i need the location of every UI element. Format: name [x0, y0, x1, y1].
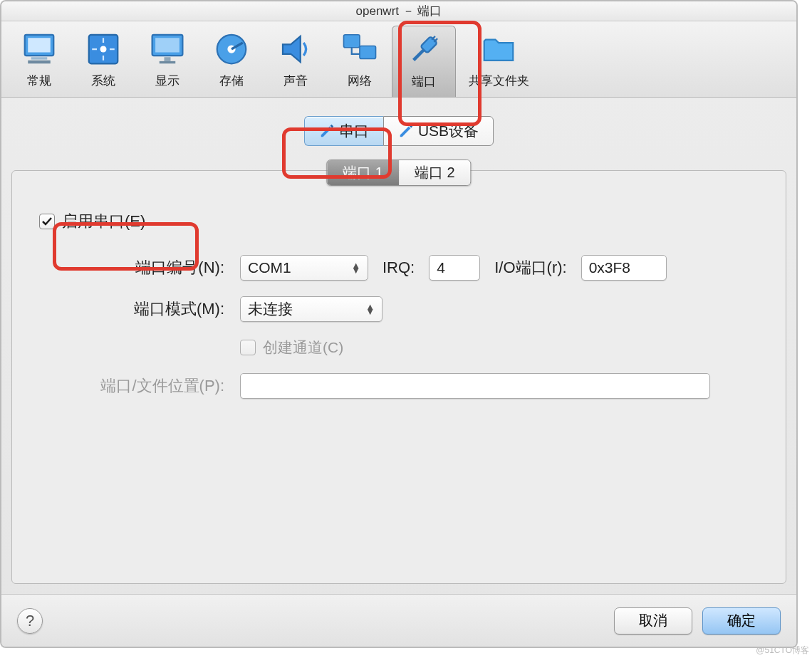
port-mode-select[interactable]: 未连接 ▲▼	[240, 296, 382, 322]
enable-serial-checkbox[interactable]	[39, 214, 55, 229]
toolbar-label: 显示	[155, 74, 179, 88]
toolbar-storage[interactable]: 存储	[199, 26, 264, 97]
ok-button[interactable]: 确定	[702, 607, 781, 634]
content-area: 串口 USB设备 端口 1 端口 2 启用串口(E) 端口编号(N):	[1, 98, 796, 594]
help-button[interactable]: ?	[17, 608, 43, 634]
svg-rect-17	[360, 46, 376, 59]
port-number-select[interactable]: COM1 ▲▼	[240, 255, 368, 281]
port-mode-label: 端口模式(M):	[12, 298, 240, 320]
enable-serial-row: 启用串口(E)	[12, 211, 786, 232]
create-channel-row: 创建通道(C)	[240, 338, 786, 357]
port-mode-row: 未连接 ▲▼	[240, 296, 786, 322]
select-arrows-icon: ▲▼	[351, 263, 360, 273]
port-tab-1[interactable]: 端口 1	[327, 160, 399, 185]
svg-rect-13	[160, 61, 176, 63]
toolbar-audio[interactable]: 声音	[264, 26, 328, 97]
svg-rect-11	[155, 38, 179, 52]
toolbar-general[interactable]: 常规	[7, 26, 71, 97]
toolbar-label: 网络	[348, 74, 372, 88]
svg-rect-12	[165, 57, 171, 61]
toolbar-label: 系统	[91, 74, 115, 88]
irq-value: 4	[437, 259, 445, 276]
display-icon	[148, 30, 187, 68]
create-channel-label: 创建通道(C)	[263, 338, 343, 357]
port-number-tabs: 端口 1 端口 2	[326, 160, 471, 186]
attribution-text: @51CTO博客	[756, 644, 809, 657]
help-icon: ?	[26, 612, 34, 630]
irq-input[interactable]: 4	[429, 255, 480, 281]
settings-window: openwrt － 端口 常规 系统 显示 存储	[0, 0, 798, 648]
port-path-label: 端口/文件位置(P):	[12, 375, 240, 397]
svg-rect-3	[28, 61, 51, 64]
toolbar-network[interactable]: 网络	[328, 26, 392, 97]
svg-rect-21	[412, 48, 425, 61]
toolbar-label: 共享文件夹	[469, 74, 529, 88]
io-port-value: 0x3F8	[589, 259, 630, 276]
svg-rect-1	[28, 38, 51, 52]
svg-rect-2	[31, 57, 48, 59]
window-titlebar: openwrt － 端口	[1, 1, 796, 21]
storage-icon	[212, 30, 251, 68]
toolbar-ports[interactable]: 端口	[392, 26, 456, 97]
toolbar-system[interactable]: 系统	[71, 26, 135, 97]
general-icon	[20, 30, 58, 68]
system-icon	[84, 30, 123, 68]
io-port-label: I/O端口(r):	[494, 257, 566, 278]
usb-tab[interactable]: USB设备	[383, 116, 494, 146]
io-port-input[interactable]: 0x3F8	[581, 255, 667, 281]
audio-icon	[276, 30, 315, 68]
serial-tab[interactable]: 串口	[304, 116, 383, 146]
svg-point-5	[100, 46, 107, 53]
folder-icon	[479, 30, 518, 68]
checkmark-icon	[41, 216, 53, 227]
port-number-value: COM1	[248, 259, 291, 276]
network-icon	[340, 30, 379, 68]
toolbar-display[interactable]: 显示	[135, 26, 199, 97]
serial-tab-label: 串口	[339, 121, 369, 141]
port-path-row	[240, 373, 786, 399]
port-form: 端口编号(N): COM1 ▲▼ IRQ: 4 I/O端口(r): 0x3F8	[12, 255, 786, 399]
port-settings-panel: 端口 1 端口 2 启用串口(E) 端口编号(N): COM1 ▲▼ IRQ:	[11, 170, 786, 584]
usb-pencil-icon	[398, 123, 414, 139]
category-toolbar: 常规 系统 显示 存储 声音	[1, 21, 796, 98]
svg-rect-16	[344, 35, 360, 48]
toolbar-shared-folders[interactable]: 共享文件夹	[456, 26, 541, 97]
usb-tab-label: USB设备	[418, 121, 479, 141]
port-path-input[interactable]	[240, 373, 710, 399]
irq-label: IRQ:	[382, 258, 415, 277]
port-number-label: 端口编号(N):	[12, 257, 240, 278]
port-tab-2[interactable]: 端口 2	[399, 160, 471, 185]
port-number-row: COM1 ▲▼ IRQ: 4 I/O端口(r): 0x3F8	[240, 255, 786, 281]
toolbar-label: 存储	[219, 74, 244, 88]
window-title: openwrt － 端口	[356, 3, 442, 19]
toolbar-label: 声音	[283, 74, 308, 88]
port-mode-value: 未连接	[248, 299, 293, 319]
toolbar-label: 常规	[27, 74, 51, 88]
port-type-segmented: 串口 USB设备	[11, 116, 786, 146]
toolbar-label: 端口	[412, 75, 436, 88]
cancel-button[interactable]: 取消	[614, 607, 692, 634]
create-channel-checkbox	[240, 340, 256, 355]
dialog-buttons-bar: ? 取消 确定	[1, 594, 796, 647]
select-arrows-icon: ▲▼	[365, 304, 375, 314]
serial-pencil-icon	[319, 123, 335, 139]
enable-serial-label: 启用串口(E)	[62, 211, 145, 232]
ports-icon	[405, 31, 443, 69]
